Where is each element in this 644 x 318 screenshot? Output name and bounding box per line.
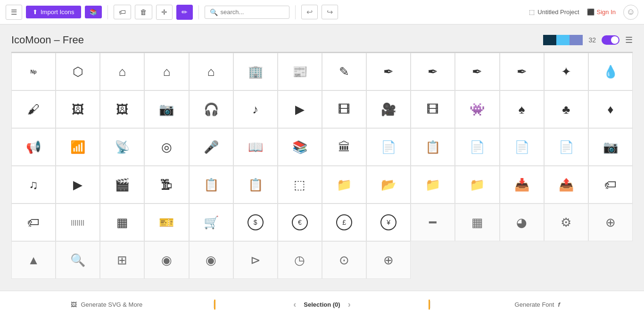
icon-cell-play[interactable]: ▶ — [278, 90, 322, 128]
icon-cell-book[interactable]: 📖 — [233, 128, 278, 166]
icon-cell-cube[interactable]: ⬡ — [56, 53, 100, 90]
icon-cell-qrcode[interactable]: ▦ — [100, 204, 144, 241]
icon-cell-cart[interactable]: 🛒 — [189, 204, 233, 241]
icon-cell-wifi[interactable]: 📶 — [56, 128, 100, 166]
icon-cell-cog[interactable]: ⚙ — [544, 204, 588, 241]
icon-cell-home2[interactable]: ⌂ — [144, 53, 189, 90]
icon-cell-film[interactable]: 🎞 — [322, 90, 366, 128]
icon-cell-paint[interactable]: 🖌 — [11, 90, 56, 128]
list-view-icon[interactable]: ☰ — [625, 35, 633, 45]
icon-cell-file-text[interactable]: 📄 — [366, 128, 411, 166]
icon-cell-home3[interactable]: ⌂ — [189, 53, 233, 90]
tag-button[interactable]: 🏷 — [114, 5, 131, 19]
icon-cell-pencil2[interactable]: ✒ — [366, 53, 411, 90]
icon-cell-cell2[interactable]: ▦ — [455, 204, 499, 241]
icon-cell-pen[interactable]: ✒ — [455, 53, 499, 90]
main-content: IcoMoon – Free 32 ☰ Np⬡⌂⌂⌂🏢📰✎✒✒✒✒✦💧🖌🖼🖼📷🎧… — [0, 24, 644, 291]
icon-cell-newspaper[interactable]: 📰 — [278, 53, 322, 90]
icon-cell-paste[interactable]: 📋 — [233, 166, 278, 204]
icon-cell-cell1[interactable]: ━ — [411, 204, 455, 241]
edit-button[interactable]: ✏ — [176, 5, 193, 20]
color-block-1 — [543, 35, 556, 45]
icon-cell-more4[interactable]: ⊞ — [100, 241, 144, 279]
icon-cell-file-video[interactable]: 🎬 — [100, 166, 144, 204]
icon-cell-folder-open[interactable]: 📂 — [366, 166, 411, 204]
icon-cell-copy[interactable]: 📋 — [189, 166, 233, 204]
icon-cell-file2[interactable]: 📄 — [500, 128, 544, 166]
icon-cell-spades[interactable]: ♠ — [500, 90, 544, 128]
icon-cell-more7[interactable]: ⊳ — [233, 241, 278, 279]
icon-cell-price-tag[interactable]: 🏷 — [588, 166, 633, 204]
import-label: Import Icons — [41, 8, 74, 16]
icon-cell-pacman[interactable]: 👾 — [455, 90, 499, 128]
menu-button[interactable]: ☰ — [6, 5, 22, 20]
icon-cell-profile[interactable]: 📋 — [411, 128, 455, 166]
icon-count: 32 — [588, 36, 596, 44]
icon-cell-library[interactable]: 🏛 — [322, 128, 366, 166]
icon-cell-numpy[interactable]: Np — [11, 53, 56, 90]
icon-cell-barcode[interactable]: ||||||| — [56, 204, 100, 241]
icon-cell-bullhorn[interactable]: 📢 — [11, 128, 56, 166]
icon-cell-folder[interactable]: 📁 — [322, 166, 366, 204]
icon-cell-pencil[interactable]: ✎ — [322, 53, 366, 90]
icon-cell-podcast[interactable]: 📡 — [100, 128, 144, 166]
icon-cell-books[interactable]: 📚 — [278, 128, 322, 166]
import-icons-button[interactable]: ⬆ Import Icons — [26, 6, 81, 18]
icon-cell-more9[interactable]: ⊙ — [322, 241, 366, 279]
icon-cell-radio[interactable]: ◎ — [144, 128, 189, 166]
icon-cell-music[interactable]: ♪ — [233, 90, 278, 128]
icon-cell-video[interactable]: 🎥 — [366, 90, 411, 128]
search-input[interactable] — [221, 8, 282, 16]
icon-cell-diamonds[interactable]: ♦ — [588, 90, 633, 128]
icon-cell-file-play[interactable]: ▶ — [56, 166, 100, 204]
icon-cell-eyedropper[interactable]: ✦ — [544, 53, 588, 90]
icon-cell-file-empty[interactable]: 📄 — [455, 128, 499, 166]
icon-cell-clubs[interactable]: ♣ — [544, 90, 588, 128]
icon-cell-image[interactable]: 🖼 — [56, 90, 100, 128]
icon-cell-coin-dollar[interactable]: $ — [233, 204, 278, 241]
icon-cell-camera[interactable]: 📷 — [144, 90, 189, 128]
icon-cell-coin-pound[interactable]: £ — [322, 204, 366, 241]
icon-cell-coin-yen[interactable]: ¥ — [366, 204, 411, 241]
icon-cell-folder-download[interactable]: 📥 — [500, 166, 544, 204]
icon-cell-file-music[interactable]: ♫ — [11, 166, 56, 204]
icon-cell-file-pic[interactable]: 📷 — [588, 128, 633, 166]
icon-cell-folder-upload[interactable]: 📤 — [544, 166, 588, 204]
layers-icon: ⬚ — [529, 8, 535, 16]
icon-cell-more8[interactable]: ◷ — [278, 241, 322, 279]
icon-set-title: IcoMoon – Free — [11, 34, 543, 46]
icon-cell-images[interactable]: 🖼 — [100, 90, 144, 128]
icon-cell-home[interactable]: ⌂ — [100, 53, 144, 90]
toggle-switch[interactable] — [602, 35, 619, 45]
icon-cell-price-tags[interactable]: 🏷 — [11, 204, 56, 241]
icon-cell-coin-euro[interactable]: € — [278, 204, 322, 241]
library-button[interactable]: 📚 — [85, 6, 102, 18]
icon-cell-more5[interactable]: ◉ — [144, 241, 189, 279]
delete-button[interactable]: 🗑 — [135, 5, 152, 19]
icon-cell-more6[interactable]: ◉ — [189, 241, 233, 279]
icon-cell-more3[interactable]: 🔍 — [56, 241, 100, 279]
icon-cell-quill[interactable]: ✒ — [411, 53, 455, 90]
icon-cell-file3[interactable]: 📄 — [544, 128, 588, 166]
icon-cell-drop[interactable]: 💧 — [588, 53, 633, 90]
icon-cell-mic[interactable]: 🎤 — [189, 128, 233, 166]
icon-cell-folder-plus[interactable]: 📁 — [411, 166, 455, 204]
move-button[interactable]: ✛ — [156, 5, 173, 20]
redo-button[interactable]: ↪ — [322, 5, 338, 19]
icon-cell-more10[interactable]: ⊕ — [366, 241, 411, 279]
icon-cell-office[interactable]: 🏢 — [233, 53, 278, 90]
icon-cell-file-zip[interactable]: 🗜 — [144, 166, 189, 204]
signin-button[interactable]: ⬛ Sign In — [587, 8, 616, 16]
icon-cell-folder-minus[interactable]: 📁 — [455, 166, 499, 204]
signin-label: Sign In — [597, 8, 616, 16]
undo-button[interactable]: ↩ — [301, 5, 318, 19]
icon-cell-more1[interactable]: ⊕ — [588, 204, 633, 241]
icon-cell-headphones[interactable]: 🎧 — [189, 90, 233, 128]
icon-cell-dice[interactable]: 🎞 — [411, 90, 455, 128]
icon-cell-blog[interactable]: ✒ — [500, 53, 544, 90]
icon-cell-sphere[interactable]: ◕ — [500, 204, 544, 241]
icon-cell-ticket[interactable]: 🎫 — [144, 204, 189, 241]
icon-cell-more2[interactable]: ▲ — [11, 241, 56, 279]
icon-cell-stack[interactable]: ⬚ — [278, 166, 322, 204]
library-icon: 📚 — [90, 8, 97, 16]
